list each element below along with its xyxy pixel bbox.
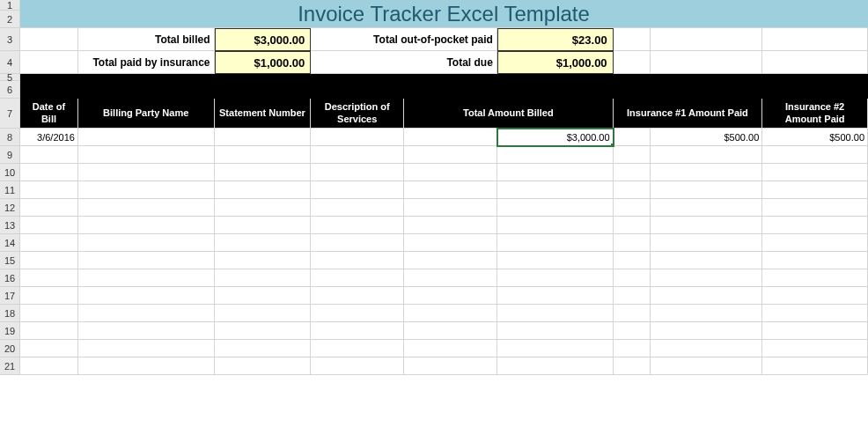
cell[interactable] bbox=[651, 146, 763, 164]
row-header[interactable]: 20 bbox=[0, 340, 19, 357]
cell[interactable] bbox=[215, 287, 312, 305]
cell[interactable] bbox=[20, 217, 78, 234]
cell[interactable] bbox=[404, 164, 497, 181]
cell[interactable] bbox=[651, 322, 763, 340]
cell[interactable] bbox=[311, 199, 404, 217]
cell[interactable] bbox=[20, 164, 78, 181]
cell[interactable] bbox=[497, 146, 614, 164]
cell[interactable] bbox=[614, 181, 651, 199]
cell[interactable] bbox=[651, 181, 763, 199]
total-out-of-pocket-value[interactable]: $23.00 bbox=[497, 28, 614, 51]
cell[interactable] bbox=[78, 181, 215, 199]
total-paid-by-insurance-value[interactable]: $1,000.00 bbox=[215, 51, 312, 74]
cell[interactable] bbox=[651, 252, 763, 269]
header-date-of-bill[interactable]: Date of Bill bbox=[20, 99, 78, 129]
cell[interactable] bbox=[311, 74, 404, 99]
cell[interactable] bbox=[78, 305, 215, 322]
cell[interactable] bbox=[311, 357, 404, 375]
cell[interactable] bbox=[404, 199, 497, 217]
cell[interactable] bbox=[20, 28, 78, 51]
cell[interactable] bbox=[20, 269, 78, 287]
cell[interactable] bbox=[78, 146, 215, 164]
cell[interactable] bbox=[215, 217, 312, 234]
cell[interactable] bbox=[20, 181, 78, 199]
cell[interactable] bbox=[215, 305, 312, 322]
cell[interactable] bbox=[762, 74, 868, 99]
cell-insurance-2[interactable]: $500.00 bbox=[762, 129, 868, 146]
cell[interactable] bbox=[311, 340, 404, 357]
header-insurance-1[interactable]: Insurance #1 Amount Paid bbox=[614, 99, 763, 129]
total-due-label[interactable]: Total due bbox=[311, 51, 497, 74]
cell[interactable] bbox=[497, 322, 614, 340]
cell-total-billed-active[interactable]: $3,000.00 bbox=[497, 129, 614, 146]
cell[interactable] bbox=[404, 322, 497, 340]
cell[interactable] bbox=[762, 28, 868, 51]
cell-billing-party[interactable] bbox=[78, 129, 215, 146]
cell[interactable] bbox=[404, 74, 497, 99]
cell[interactable] bbox=[404, 340, 497, 357]
row-header[interactable]: 2 bbox=[0, 11, 19, 28]
row-header[interactable]: 21 bbox=[0, 357, 19, 375]
row-header[interactable]: 7 bbox=[0, 99, 19, 129]
cell[interactable] bbox=[614, 146, 651, 164]
cell[interactable] bbox=[614, 287, 651, 305]
cell[interactable] bbox=[78, 252, 215, 269]
cell[interactable] bbox=[651, 357, 763, 375]
cell[interactable] bbox=[20, 305, 78, 322]
cell[interactable] bbox=[311, 252, 404, 269]
cell[interactable] bbox=[762, 305, 868, 322]
row-header[interactable]: 19 bbox=[0, 322, 19, 340]
cell[interactable] bbox=[20, 74, 78, 99]
cell[interactable] bbox=[20, 322, 78, 340]
cell[interactable] bbox=[651, 51, 763, 74]
row-header[interactable]: 11 bbox=[0, 181, 19, 199]
cell[interactable] bbox=[762, 269, 868, 287]
cell[interactable] bbox=[311, 181, 404, 199]
row-header[interactable]: 6 bbox=[0, 81, 19, 99]
cell[interactable] bbox=[215, 322, 312, 340]
row-header[interactable]: 8 bbox=[0, 129, 19, 146]
total-billed-value[interactable]: $3,000.00 bbox=[215, 28, 312, 51]
cell[interactable] bbox=[20, 234, 78, 252]
cell[interactable] bbox=[78, 199, 215, 217]
cell[interactable] bbox=[762, 217, 868, 234]
row-header[interactable]: 9 bbox=[0, 146, 19, 164]
cell[interactable] bbox=[78, 287, 215, 305]
cell[interactable] bbox=[404, 357, 497, 375]
cell[interactable] bbox=[651, 28, 763, 51]
cell[interactable] bbox=[78, 322, 215, 340]
cell[interactable] bbox=[497, 217, 614, 234]
cell[interactable] bbox=[78, 357, 215, 375]
cell[interactable] bbox=[311, 217, 404, 234]
cell[interactable] bbox=[404, 234, 497, 252]
cell[interactable] bbox=[20, 252, 78, 269]
cell[interactable] bbox=[20, 357, 78, 375]
cell[interactable] bbox=[497, 234, 614, 252]
cell[interactable] bbox=[404, 305, 497, 322]
cell[interactable] bbox=[404, 287, 497, 305]
cell[interactable] bbox=[497, 287, 614, 305]
cell[interactable] bbox=[651, 340, 763, 357]
cell[interactable] bbox=[404, 146, 497, 164]
cell[interactable] bbox=[614, 51, 651, 74]
cell[interactable] bbox=[614, 305, 651, 322]
cell[interactable] bbox=[614, 252, 651, 269]
cell[interactable] bbox=[404, 181, 497, 199]
cell[interactable] bbox=[497, 164, 614, 181]
cell[interactable] bbox=[78, 340, 215, 357]
cell[interactable] bbox=[311, 164, 404, 181]
cell[interactable] bbox=[215, 181, 312, 199]
total-due-value[interactable]: $1,000.00 bbox=[497, 51, 614, 74]
header-billing-party-name[interactable]: Billing Party Name bbox=[78, 99, 215, 129]
cell[interactable] bbox=[20, 287, 78, 305]
row-header[interactable]: 18 bbox=[0, 305, 19, 322]
cell-statement[interactable] bbox=[215, 129, 312, 146]
cell[interactable] bbox=[20, 340, 78, 357]
cell[interactable] bbox=[497, 199, 614, 217]
cell[interactable] bbox=[404, 129, 497, 146]
cell[interactable] bbox=[497, 340, 614, 357]
cell[interactable] bbox=[614, 234, 651, 252]
row-header[interactable]: 4 bbox=[0, 51, 19, 74]
cell[interactable] bbox=[614, 217, 651, 234]
cell[interactable] bbox=[762, 146, 868, 164]
